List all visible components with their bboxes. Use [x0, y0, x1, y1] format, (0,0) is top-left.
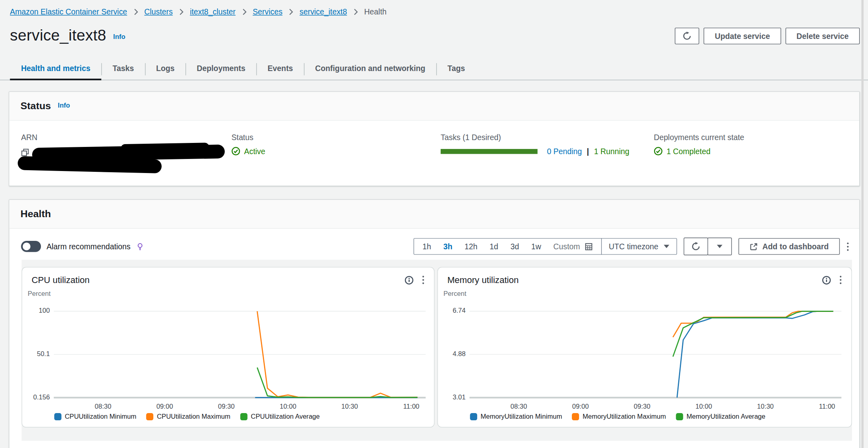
y-tick-label: 4.88	[438, 350, 466, 358]
cpu-chart-plot: Percent10050.10.15608:3009:0009:3010:001…	[22, 287, 434, 411]
legend-cpuutilization-minimum[interactable]: CPUUtilization Minimum	[54, 413, 136, 420]
legend-swatch	[470, 413, 477, 420]
y-axis-label: Percent	[28, 289, 51, 297]
custom-range-button[interactable]: Custom	[553, 242, 593, 251]
legend-memoryutilization-average[interactable]: MemoryUtilization Average	[676, 413, 765, 420]
legend-swatch	[676, 413, 683, 420]
time-range-1d[interactable]: 1d	[490, 242, 498, 251]
x-tick-label: 08:30	[502, 403, 535, 410]
header-buttons: Update service Delete service	[675, 28, 860, 44]
timezone-select[interactable]: UTC timezone	[601, 238, 677, 255]
chart-plot-svg	[470, 307, 842, 401]
breadcrumb-item-clusters[interactable]: Clusters	[144, 7, 173, 16]
breadcrumb-separator-icon	[353, 8, 358, 15]
tab-events[interactable]: Events	[256, 58, 304, 80]
alarm-recommendations-toggle[interactable]	[21, 241, 41, 252]
legend-swatch	[146, 413, 154, 420]
tab-logs[interactable]: Logs	[145, 58, 185, 80]
y-tick-label: 50.1	[22, 350, 50, 358]
series-memoryutilization-average	[673, 311, 833, 356]
tasks-progress-bar	[441, 149, 537, 153]
time-range-1w[interactable]: 1w	[531, 242, 541, 251]
breadcrumb-separator-icon	[133, 8, 138, 15]
deployment-completed-icon	[654, 147, 663, 156]
status-panel-header: Status Info	[9, 92, 859, 121]
tab-tags[interactable]: Tags	[437, 58, 476, 80]
chart-plot-svg	[54, 307, 426, 401]
y-tick-label: 100	[22, 307, 50, 314]
breadcrumb-item-services[interactable]: Services	[253, 7, 283, 16]
arn-label: ARN	[21, 133, 231, 142]
y-axis-label: Percent	[443, 289, 466, 297]
time-range-12h[interactable]: 12h	[465, 242, 478, 251]
time-range-3d[interactable]: 3d	[510, 242, 519, 251]
breadcrumb-separator-icon	[179, 8, 184, 15]
legend-swatch	[240, 413, 248, 420]
refresh-button-group	[684, 238, 732, 255]
x-tick-label: 10:30	[749, 403, 782, 410]
memory-chart-kebab-menu[interactable]	[839, 275, 843, 285]
page-title: service_itext8	[10, 26, 106, 44]
breadcrumb-item-health: Health	[364, 7, 386, 16]
arn-redaction	[18, 156, 162, 173]
legend-cpuutilization-maximum[interactable]: CPUUtilization Maximum	[146, 413, 230, 420]
tasks-separator: |	[587, 147, 589, 156]
memory-chart-legend: MemoryUtilization MinimumMemoryUtilizati…	[470, 413, 851, 420]
calendar-icon	[584, 242, 593, 251]
page-scrollbar[interactable]	[862, 0, 864, 448]
time-range-1h[interactable]: 1h	[423, 242, 431, 251]
deployments-field: Deployments current state 1 Completed	[654, 133, 848, 169]
breadcrumb-item-service-itext8[interactable]: service_itext8	[300, 7, 347, 16]
series-memoryutilization-maximum	[673, 311, 833, 337]
legend-memoryutilization-maximum[interactable]: MemoryUtilization Maximum	[572, 413, 666, 420]
deployments-label: Deployments current state	[654, 133, 848, 142]
chart-toolbar: 1h3h12h1d3d1w Custom UTC timezone	[414, 238, 850, 255]
page-title-block: service_itext8 Info	[10, 26, 126, 44]
y-tick-label: 3.01	[438, 393, 466, 401]
toolbar-kebab-menu[interactable]	[846, 241, 850, 252]
main-content: Status Info ARN Status	[0, 80, 868, 448]
tasks-running-link[interactable]: 1 Running	[594, 147, 629, 156]
tasks-pending-link[interactable]: 0 Pending	[547, 147, 582, 156]
status-info-link[interactable]: Info	[58, 101, 70, 109]
breadcrumb-item-amazon-elastic-container-service[interactable]: Amazon Elastic Container Service	[10, 7, 127, 16]
breadcrumb-separator-icon	[242, 8, 246, 15]
arn-field: ARN	[21, 133, 231, 169]
info-icon[interactable]	[405, 275, 413, 284]
cpu-chart-kebab-menu[interactable]	[421, 275, 425, 285]
add-to-dashboard-button[interactable]: Add to dashboard	[739, 238, 840, 255]
delete-service-button[interactable]: Delete service	[785, 28, 860, 44]
legend-swatch	[572, 413, 579, 420]
status-field: Status Active	[232, 133, 441, 169]
charts-refresh-button[interactable]	[684, 238, 708, 255]
y-tick-label: 6.74	[438, 307, 466, 314]
legend-cpuutilization-average[interactable]: CPUUtilization Average	[240, 413, 320, 420]
health-controls-row: Alarm recommendations 1h3h12h1d3d1w Cust…	[9, 229, 859, 259]
page-title-info-link[interactable]: Info	[113, 33, 125, 40]
legend-swatch	[54, 413, 61, 420]
info-icon[interactable]	[822, 275, 831, 284]
update-service-button[interactable]: Update service	[704, 28, 781, 44]
refresh-button[interactable]	[675, 28, 699, 44]
status-active-icon	[232, 147, 240, 156]
alarm-recommendations-control: Alarm recommendations	[21, 241, 144, 252]
lightbulb-icon	[136, 242, 144, 251]
legend-memoryutilization-minimum[interactable]: MemoryUtilization Minimum	[470, 413, 562, 420]
tab-deployments[interactable]: Deployments	[186, 58, 256, 80]
x-tick-label: 09:30	[626, 403, 659, 410]
y-tick-label: 0.156	[22, 393, 50, 401]
status-panel-title: Status	[20, 100, 51, 112]
refresh-options-button[interactable]	[707, 238, 732, 255]
memory-chart-title: Memory utilization	[447, 275, 519, 285]
memory-utilization-card: Memory utilization Percent6.744.883.0108…	[437, 267, 852, 428]
tasks-label: Tasks (1 Desired)	[441, 133, 654, 142]
tasks-field: Tasks (1 Desired) 0 Pending | 1 Running	[441, 133, 654, 169]
tab-health-and-metrics[interactable]: Health and metrics	[10, 58, 102, 80]
chevron-down-icon	[717, 245, 723, 248]
breadcrumb-item-itext8-cluster[interactable]: itext8_cluster	[190, 7, 236, 16]
tab-tasks[interactable]: Tasks	[102, 58, 145, 80]
tab-configuration-and-networking[interactable]: Configuration and networking	[304, 58, 437, 80]
time-range-3h[interactable]: 3h	[443, 242, 453, 251]
status-panel: Status Info ARN Status	[9, 92, 860, 186]
x-tick-label: 09:00	[148, 403, 181, 410]
